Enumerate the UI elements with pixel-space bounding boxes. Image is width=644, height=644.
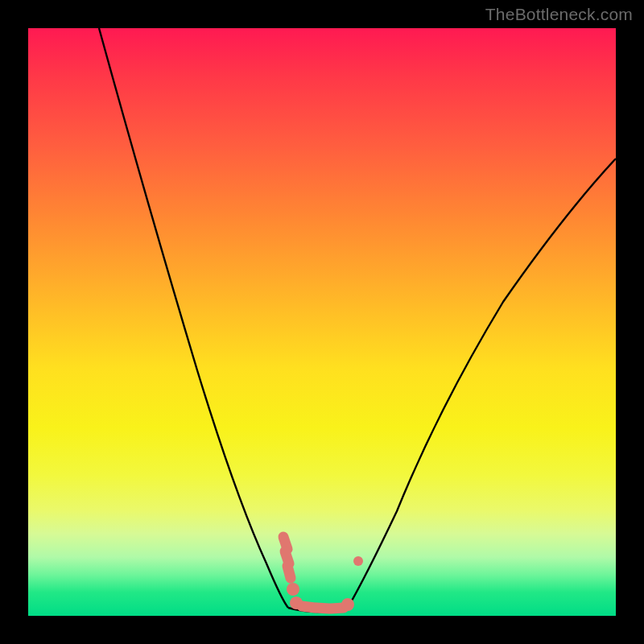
marker-dash-icon (287, 566, 291, 578)
curve-right-branch (348, 159, 616, 608)
curve-layer (28, 28, 616, 616)
chart-frame: TheBottleneck.com (0, 0, 644, 644)
marker-group (283, 537, 363, 611)
marker-dot-icon (287, 583, 299, 596)
marker-dot-icon (353, 556, 363, 566)
marker-dash-icon (331, 608, 344, 609)
plot-area (28, 28, 616, 616)
curve-left-branch (99, 28, 288, 608)
watermark-label: TheBottleneck.com (485, 5, 633, 24)
marker-dot-icon (341, 598, 354, 611)
